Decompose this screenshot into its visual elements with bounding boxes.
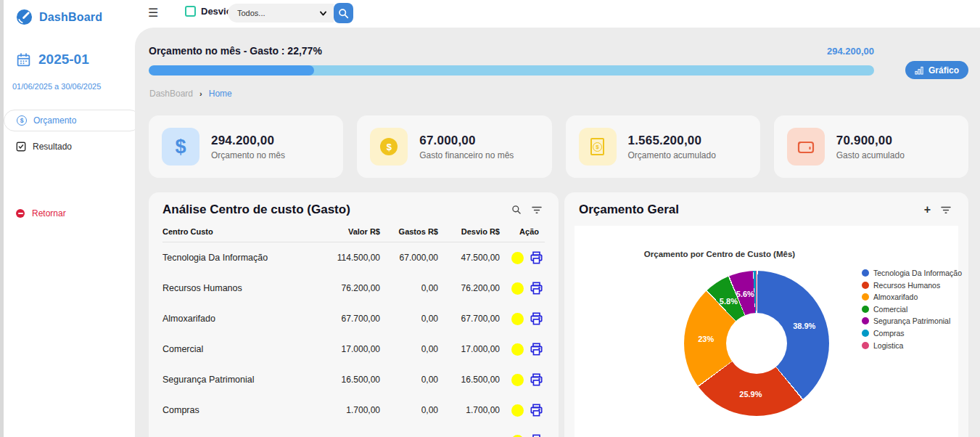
table-row[interactable]: Tecnologia Da Informação 114.500,00 67.0…	[162, 242, 545, 273]
sidebar-item-resultado[interactable]: Resultado	[4, 136, 135, 158]
sidebar-item-orcamento[interactable]: $ Orçamento	[4, 110, 141, 131]
status-dot-icon[interactable]	[511, 282, 524, 295]
table-filter-icon[interactable]	[532, 205, 542, 214]
cell-valor: 76.200,00	[308, 283, 380, 293]
status-dot-icon[interactable]	[511, 374, 524, 386]
table-row[interactable]: Logistica	[162, 425, 545, 437]
budget-progress-fill	[149, 65, 314, 75]
status-dot-icon[interactable]	[511, 343, 524, 356]
table-row[interactable]: Recursos Humanos 76.200,00 0,00 76.200,0…	[162, 273, 545, 303]
doughnut-plot[interactable]: 38.9%25.9%23%5.8%5.6%	[684, 271, 829, 416]
coin-icon: $	[370, 128, 408, 166]
status-dot-icon[interactable]	[511, 404, 524, 417]
legend-label: Recursos Humanos	[873, 281, 940, 290]
table-row[interactable]: Almoxarifado 67.700,00 0,00 67.700,00	[162, 303, 545, 334]
app-title: DashBoard	[39, 11, 102, 24]
sidebar: DashBoard 2025-01 01/06/2025 a 30/06/202…	[4, 0, 135, 437]
print-icon[interactable]	[530, 251, 543, 264]
budget-chart-card: Orçamento Geral + Orçamento por	[564, 192, 968, 437]
col-acao: Ação	[500, 227, 545, 236]
cell-centro-custo: Recursos Humanos	[162, 283, 308, 293]
legend-item[interactable]: Segurança Patrimonial	[862, 316, 962, 325]
cell-valor: 67.700,00	[308, 314, 380, 324]
cell-centro-custo: Segurança Patrimonial	[162, 375, 308, 385]
cell-gastos: 67.000,00	[380, 253, 438, 263]
legend-swatch	[862, 282, 869, 289]
slice-percent-label: 25.9%	[739, 390, 762, 399]
legend-item[interactable]: Almoxarifado	[862, 293, 962, 301]
table-header-row: Centro Custo Valor R$ Gastos R$ Desvio R…	[162, 227, 545, 242]
slice-percent-label: 5.8%	[720, 297, 738, 306]
stat-value: 294.200,00	[211, 134, 285, 148]
legend-label: Logistica	[873, 341, 903, 350]
breadcrumb-root[interactable]: DashBoard	[149, 89, 193, 99]
cell-centro-custo: Comercial	[162, 344, 308, 354]
sidebar-item-retornar[interactable]: Retornar	[4, 208, 135, 218]
desvio-checkbox[interactable]	[185, 6, 196, 17]
cell-gastos: 0,00	[380, 405, 438, 415]
cell-desvio: 17.000,00	[438, 344, 500, 354]
status-dot-icon[interactable]	[511, 435, 524, 437]
legend-label: Comercial	[873, 305, 907, 314]
filter-select-value: Todos...	[237, 9, 265, 17]
print-icon[interactable]	[530, 312, 543, 325]
sidebar-menu: $ Orçamento Resultado	[4, 110, 135, 158]
breadcrumb-current[interactable]: Home	[209, 89, 232, 99]
table-row[interactable]: Compras 1.700,00 0,00 1.700,00	[162, 395, 545, 425]
stat-value: 67.000,00	[419, 134, 514, 148]
cell-valor: 17.000,00	[308, 344, 380, 354]
legend-label: Segurança Patrimonial	[873, 316, 950, 325]
budget-progress-title: Orçamento no mês - Gasto : 22,77%	[149, 45, 322, 57]
table-row[interactable]: Comercial 17.000,00 0,00 17.000,00	[162, 334, 545, 364]
print-icon[interactable]	[530, 404, 543, 417]
print-icon[interactable]	[530, 373, 543, 386]
legend-swatch	[862, 293, 869, 301]
table-title: Análise Centro de custo (Gasto)	[162, 203, 350, 217]
dashboard-gauge-icon	[16, 9, 33, 25]
clipboard-check-icon	[16, 142, 26, 152]
app-logo[interactable]: DashBoard	[4, 0, 135, 25]
col-valor: Valor R$	[308, 227, 380, 236]
grafico-button[interactable]: Gráfico	[905, 61, 968, 79]
stat-value: 1.565.200,00	[628, 134, 716, 148]
status-dot-icon[interactable]	[511, 313, 524, 325]
legend-item[interactable]: Recursos Humanos	[862, 281, 962, 290]
period-label: 2025-01	[38, 52, 89, 68]
dashboard-page: DashBoard 2025-01 01/06/2025 a 30/06/202…	[0, 0, 980, 437]
print-icon[interactable]	[530, 282, 543, 295]
legend-item[interactable]: Compras	[862, 329, 962, 338]
add-icon[interactable]: +	[924, 205, 931, 215]
calendar-icon	[16, 52, 31, 68]
print-icon[interactable]	[530, 343, 543, 356]
status-dot-icon[interactable]	[511, 252, 524, 264]
search-button[interactable]	[334, 3, 353, 23]
table-row[interactable]: Segurança Patrimonial 16.500,00 0,00 16.…	[162, 364, 545, 395]
legend-item[interactable]: Comercial	[862, 305, 962, 314]
chart-filter-icon[interactable]	[941, 205, 951, 214]
stat-cards-row: $ 294.200,00 Orçamento no mês $ 67.000,0…	[149, 115, 968, 178]
legend-item[interactable]: Tecnologia Da Informação	[862, 269, 962, 277]
print-icon[interactable]	[530, 434, 543, 437]
slice-percent-label: 38.9%	[793, 322, 815, 330]
chart-legend: Tecnologia Da Informação Recursos Humano…	[862, 269, 962, 350]
cell-gastos: 0,00	[380, 375, 438, 385]
menu-toggle-icon[interactable]: ☰	[148, 7, 158, 20]
slice-percent-label: 23%	[698, 335, 714, 343]
period-selector[interactable]: 2025-01	[4, 25, 135, 68]
budget-icon: $	[17, 115, 27, 126]
no-entry-icon	[16, 209, 25, 218]
date-range-label: 01/06/2025 a 30/06/2025	[4, 68, 135, 91]
table-search-icon[interactable]	[511, 205, 522, 215]
wallet-icon	[787, 128, 825, 166]
cell-desvio: 1.700,00	[438, 405, 500, 415]
stat-label: Orçamento no mês	[211, 150, 285, 160]
filter-select[interactable]: Todos...	[228, 4, 334, 23]
legend-item[interactable]: Logistica	[862, 341, 962, 350]
legend-swatch	[862, 317, 869, 324]
table-body: Tecnologia Da Informação 114.500,00 67.0…	[162, 242, 545, 437]
stat-card-gasto-financeiro: $ 67.000,00 Gasto financeiro no mês	[357, 115, 551, 178]
sidebar-item-label: Resultado	[33, 142, 72, 152]
cell-centro-custo: Almoxarifado	[162, 314, 308, 324]
stat-card-orcamento-acumulado: $ 1.565.200,00 Orçamento acumulado	[566, 115, 760, 178]
doughnut-chart: Orçamento por Centro de Custo (Mês) 38.9…	[575, 226, 958, 437]
